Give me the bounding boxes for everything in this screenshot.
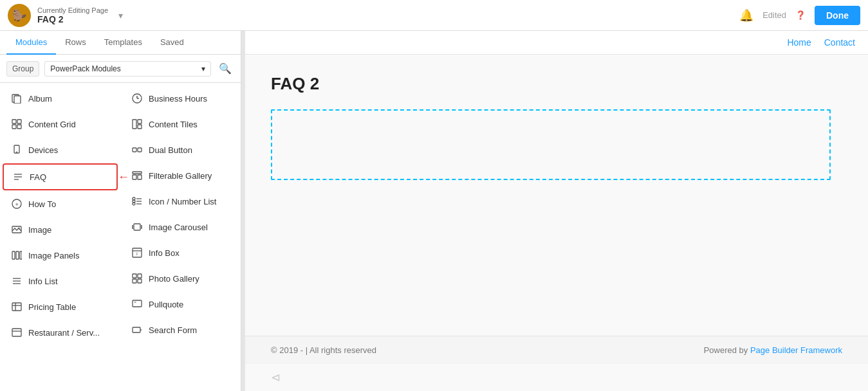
svg-text:": " — [134, 300, 136, 307]
sidebar-toolbar: Group PowerPack Modules ▾ 🔍 — [0, 55, 241, 83]
module-item-photo-gallery[interactable]: Photo Gallery — [123, 266, 238, 291]
svg-rect-35 — [133, 175, 136, 179]
module-item-search-form[interactable]: Search Form — [123, 318, 238, 342]
module-label-image-panels: Image Panels — [28, 251, 80, 260]
bell-icon[interactable]: 🔔 — [739, 8, 753, 23]
nav-link-contact[interactable]: Contact — [824, 37, 855, 48]
module-item-how-to[interactable]: + How To — [3, 192, 118, 216]
module-label-album: Album — [28, 94, 52, 104]
module-item-faq[interactable]: FAQ ← — [3, 163, 118, 190]
svg-rect-51 — [133, 279, 136, 283]
edited-text: Edited — [762, 10, 786, 20]
module-label-photo-gallery: Photo Gallery — [149, 274, 199, 284]
editing-info: Currently Editing Page FAQ 2 — [37, 6, 108, 24]
module-label-info-list: Info List — [28, 277, 58, 286]
svg-rect-30 — [138, 120, 142, 123]
module-item-image-panels[interactable]: Image Panels — [3, 243, 118, 268]
module-item-info-list[interactable]: Info List — [3, 269, 118, 293]
done-button[interactable]: Done — [815, 6, 860, 25]
svg-rect-24 — [12, 329, 21, 336]
svg-rect-16 — [16, 251, 19, 259]
album-icon — [10, 92, 23, 105]
module-label-content-tiles: Content Tiles — [149, 120, 198, 129]
module-item-pricing-table[interactable]: Pricing Table — [3, 295, 118, 319]
module-item-image[interactable]: Image — [3, 217, 118, 242]
module-item-icon-number[interactable]: Icon / Number List — [123, 189, 238, 214]
group-label: Group — [6, 61, 39, 77]
group-select-dropdown[interactable]: PowerPack Modules ▾ — [44, 61, 211, 77]
photo-gallery-icon — [131, 272, 143, 285]
main-layout: Modules Rows Templates Saved Group Power… — [0, 31, 868, 391]
faq-arrow-indicator: ← — [118, 170, 129, 184]
module-item-dual-button[interactable]: Dual Button — [123, 138, 238, 162]
module-label-how-to: How To — [28, 199, 56, 209]
module-label-info-box: Info Box — [149, 248, 180, 258]
image-icon — [10, 223, 23, 236]
svg-rect-36 — [138, 175, 142, 179]
svg-rect-29 — [133, 120, 136, 129]
devices-icon — [10, 143, 23, 156]
svg-rect-17 — [20, 251, 22, 259]
restaurant-icon — [10, 326, 23, 339]
svg-rect-3 — [17, 120, 21, 123]
svg-rect-33 — [138, 148, 142, 152]
content-drop-zone[interactable] — [271, 109, 831, 180]
tab-saved[interactable]: Saved — [151, 31, 193, 55]
tab-templates[interactable]: Templates — [95, 31, 151, 55]
module-item-restaurant[interactable]: Restaurant / Serv... — [3, 320, 118, 345]
page-content: FAQ 2 — [245, 55, 868, 336]
help-icon[interactable]: ❓ — [795, 10, 806, 20]
search-icon[interactable]: 🔍 — [216, 60, 234, 77]
search-form-icon — [131, 323, 143, 336]
page-footer: © 2019 - | All rights reserved Powered b… — [245, 336, 868, 364]
module-item-album[interactable]: Album — [3, 86, 118, 111]
module-col-right: Business Hours Content Tiles Dual Button — [120, 86, 241, 388]
page-bottom-area: ⊲ — [245, 364, 868, 391]
top-bar: 🦫 Currently Editing Page FAQ 2 ▾ 🔔 Edite… — [0, 0, 868, 31]
editing-page-name: FAQ 2 — [37, 14, 108, 24]
svg-rect-50 — [138, 274, 142, 278]
module-label-restaurant: Restaurant / Serv... — [28, 328, 100, 338]
nav-link-home[interactable]: Home — [787, 37, 811, 48]
module-col-left: Album Content Grid Devices — [0, 86, 120, 388]
module-item-business-hours[interactable]: Business Hours — [123, 86, 238, 111]
footer-framework-link[interactable]: Page Builder Framework — [750, 345, 842, 355]
tab-rows[interactable]: Rows — [56, 31, 95, 55]
module-label-pricing-table: Pricing Table — [28, 302, 76, 312]
faq-icon — [12, 170, 24, 183]
avatar: 🦫 — [8, 4, 31, 27]
footer-powered-prefix: Powered by — [704, 345, 750, 355]
scroll-left-icon: ⊲ — [271, 370, 281, 385]
module-label-image: Image — [28, 225, 51, 235]
module-item-info-box[interactable]: i Info Box — [123, 241, 238, 265]
module-list: Album Content Grid Devices — [0, 83, 241, 391]
module-item-content-tiles[interactable]: Content Tiles — [123, 112, 238, 136]
svg-rect-43 — [134, 224, 140, 230]
module-item-devices[interactable]: Devices — [3, 138, 118, 162]
content-grid-icon — [10, 118, 23, 131]
svg-text:i: i — [136, 251, 138, 257]
page-nav: Home Contact — [245, 31, 868, 55]
tab-modules[interactable]: Modules — [6, 31, 56, 55]
filterable-gallery-icon — [131, 169, 143, 182]
content-tiles-icon — [131, 118, 143, 131]
module-label-devices: Devices — [28, 145, 58, 155]
sidebar: Modules Rows Templates Saved Group Power… — [0, 31, 241, 391]
module-item-image-carousel[interactable]: Image Carousel — [123, 215, 238, 239]
icon-number-icon — [131, 195, 143, 208]
svg-rect-55 — [133, 327, 140, 332]
footer-powered-by: Powered by Page Builder Framework — [704, 345, 842, 355]
module-label-image-carousel: Image Carousel — [149, 223, 208, 232]
module-item-filterable-gallery[interactable]: Filterable Gallery — [123, 163, 238, 188]
svg-rect-52 — [138, 279, 142, 283]
module-label-filterable-gallery: Filterable Gallery — [149, 171, 212, 181]
module-item-pullquote[interactable]: " Pullquote — [123, 292, 238, 316]
top-bar-right: 🔔 Edited ❓ Done — [739, 6, 860, 25]
chevron-down-icon[interactable]: ▾ — [118, 10, 123, 21]
editing-label: Currently Editing Page — [37, 6, 108, 14]
module-label-dual-button: Dual Button — [149, 145, 192, 155]
module-label-business-hours: Business Hours — [149, 94, 207, 104]
image-carousel-icon — [131, 221, 143, 233]
svg-point-14 — [18, 228, 19, 229]
module-item-content-grid[interactable]: Content Grid — [3, 112, 118, 136]
